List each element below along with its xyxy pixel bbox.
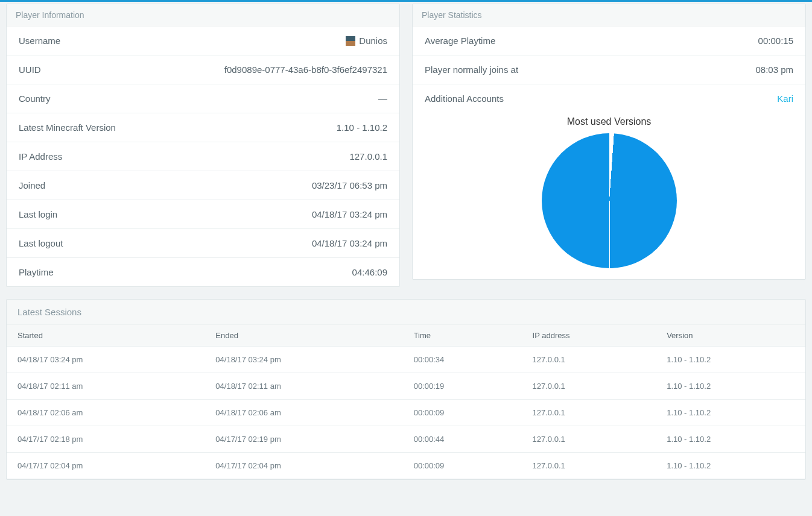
player-stat-row: Additional AccountsKari — [413, 84, 805, 113]
table-cell: 1.10 - 1.10.2 — [656, 453, 805, 479]
stat-value: 08:03 pm — [755, 64, 793, 75]
table-row: 04/18/17 02:11 am04/18/17 02:11 am00:00:… — [7, 373, 805, 400]
table-cell: 127.0.0.1 — [522, 400, 656, 426]
table-cell: 04/18/17 02:11 am — [205, 373, 402, 400]
table-cell: 127.0.0.1 — [522, 347, 656, 373]
player-info-row: Joined03/23/17 06:53 pm — [7, 171, 399, 200]
info-value: 127.0.0.1 — [349, 151, 387, 162]
info-label: Last logout — [19, 238, 63, 248]
player-stat-row: Player normally joins at08:03 pm — [413, 55, 805, 84]
player-info-row: Last logout04/18/17 03:24 pm — [7, 229, 399, 258]
player-information-list: UsernameDuniosUUIDf0d9089e-0777-43a6-b8f… — [7, 27, 399, 286]
info-label: Joined — [19, 180, 45, 190]
table-cell: 00:00:44 — [403, 426, 522, 453]
info-label: Playtime — [19, 267, 54, 277]
table-cell: 1.10 - 1.10.2 — [656, 426, 805, 453]
table-column-header: Ended — [205, 325, 402, 347]
info-value: f0d9089e-0777-43a6-b8f0-3f6ef2497321 — [224, 64, 387, 75]
player-information-heading: Player Information — [7, 4, 399, 27]
info-label: UUID — [19, 64, 41, 75]
additional-account-link[interactable]: Kari — [777, 93, 793, 104]
player-info-row: UUIDf0d9089e-0777-43a6-b8f0-3f6ef2497321 — [7, 55, 399, 84]
player-info-row: Last login04/18/17 03:24 pm — [7, 200, 399, 229]
latest-sessions-panel: Latest Sessions StartedEndedTimeIP addre… — [6, 299, 806, 480]
player-information-panel: Player Information UsernameDuniosUUIDf0d… — [6, 4, 400, 287]
table-cell: 00:00:09 — [403, 400, 522, 426]
table-cell: 1.10 - 1.10.2 — [656, 373, 805, 400]
table-cell: 00:00:19 — [403, 373, 522, 400]
table-cell: 04/18/17 02:11 am — [7, 373, 205, 400]
table-cell: 04/18/17 02:06 am — [205, 400, 402, 426]
stat-label: Player normally joins at — [425, 64, 518, 75]
versions-chart-title: Most used Versions — [413, 116, 805, 127]
table-cell: 1.10 - 1.10.2 — [656, 347, 805, 373]
info-value: 04:46:09 — [352, 267, 387, 277]
info-label: Latest Minecraft Version — [19, 122, 116, 133]
table-row: 04/17/17 02:04 pm04/17/17 02:04 pm00:00:… — [7, 453, 805, 479]
versions-chart-container: Most used Versions — [413, 116, 805, 279]
stat-value: 00:00:15 — [758, 36, 793, 46]
player-stat-row: Average Playtime00:00:15 — [413, 27, 805, 55]
table-cell: 00:00:34 — [403, 347, 522, 373]
table-row: 04/17/17 02:18 pm04/17/17 02:19 pm00:00:… — [7, 426, 805, 453]
stat-label: Average Playtime — [425, 36, 495, 46]
player-info-row: IP Address127.0.0.1 — [7, 142, 399, 171]
player-statistics-list: Average Playtime00:00:15Player normally … — [413, 27, 805, 113]
table-cell: 04/18/17 03:24 pm — [205, 347, 402, 373]
info-label: Username — [19, 36, 60, 46]
table-column-header: IP address — [522, 325, 656, 347]
player-info-row: Playtime04:46:09 — [7, 258, 399, 286]
info-value: 03/23/17 06:53 pm — [312, 180, 387, 190]
table-cell: 127.0.0.1 — [522, 453, 656, 479]
player-info-row: UsernameDunios — [7, 27, 399, 55]
player-info-row: Country— — [7, 84, 399, 113]
info-value: 04/18/17 03:24 pm — [312, 238, 387, 248]
table-cell: 127.0.0.1 — [522, 426, 656, 453]
versions-pie-chart — [542, 133, 677, 268]
table-row: 04/18/17 03:24 pm04/18/17 03:24 pm00:00:… — [7, 347, 805, 373]
info-value: Dunios — [346, 36, 387, 46]
info-label: Country — [19, 93, 51, 104]
info-value: — — [378, 93, 387, 104]
player-info-row: Latest Minecraft Version1.10 - 1.10.2 — [7, 113, 399, 142]
info-label: Last login — [19, 209, 57, 219]
info-label: IP Address — [19, 151, 62, 162]
table-cell: 04/17/17 02:19 pm — [205, 426, 402, 453]
table-cell: 00:00:09 — [403, 453, 522, 479]
player-avatar-icon — [346, 36, 355, 46]
table-cell: 04/17/17 02:18 pm — [7, 426, 205, 453]
table-cell: 04/17/17 02:04 pm — [205, 453, 402, 479]
latest-sessions-table: StartedEndedTimeIP addressVersion 04/18/… — [7, 325, 805, 479]
latest-sessions-heading: Latest Sessions — [7, 300, 805, 325]
player-statistics-heading: Player Statistics — [413, 4, 805, 27]
table-column-header: Started — [7, 325, 205, 347]
table-cell: 04/17/17 02:04 pm — [7, 453, 205, 479]
table-cell: 1.10 - 1.10.2 — [656, 400, 805, 426]
table-cell: 127.0.0.1 — [522, 373, 656, 400]
table-column-header: Time — [403, 325, 522, 347]
info-value: 1.10 - 1.10.2 — [337, 122, 387, 133]
table-column-header: Version — [656, 325, 805, 347]
table-row: 04/18/17 02:06 am04/18/17 02:06 am00:00:… — [7, 400, 805, 426]
table-header-row: StartedEndedTimeIP addressVersion — [7, 325, 805, 347]
table-cell: 04/18/17 02:06 am — [7, 400, 205, 426]
player-statistics-panel: Player Statistics Average Playtime00:00:… — [412, 4, 806, 280]
stat-label: Additional Accounts — [425, 93, 504, 104]
info-value: 04/18/17 03:24 pm — [312, 209, 387, 219]
table-cell: 04/18/17 03:24 pm — [7, 347, 205, 373]
